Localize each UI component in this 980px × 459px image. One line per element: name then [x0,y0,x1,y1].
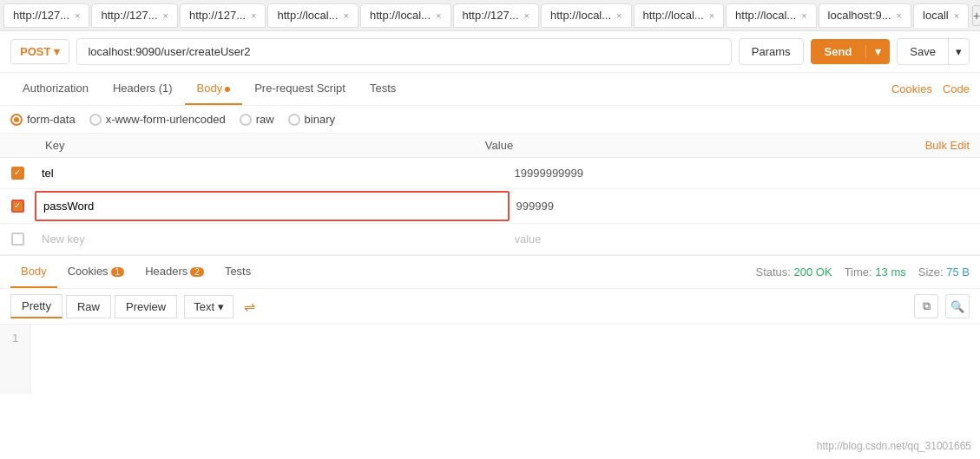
response-toolbar: Pretty Raw Preview Text ▾ ⇌ ⧉ 🔍 [0,289,980,325]
tab-close-8[interactable]: × [801,10,806,21]
form-data-radio[interactable] [10,114,23,126]
url-bar: POST ▾ Params Send ▾ Save ▾ [0,31,980,73]
new-value-placeholder: value [515,233,542,246]
wrap-icon[interactable]: ⇌ [244,298,255,315]
tab-close-0[interactable]: × [75,10,80,21]
urlencoded-option[interactable]: x-www-form-urlencoded [89,113,226,126]
key-value-0: tel [42,167,54,180]
tab-item-6[interactable]: http://local... × [541,3,632,28]
request-tabs: Authorization Headers (1) Body Pre-reque… [0,73,980,106]
cookies-link[interactable]: Cookies [891,82,932,95]
urlencoded-radio[interactable] [89,114,102,126]
tab-item-5[interactable]: http://127... × [453,3,539,28]
code-content[interactable] [31,325,980,394]
tab-prerequest[interactable]: Pre-request Script [242,73,358,105]
tab-close-6[interactable]: × [616,10,622,21]
preview-button[interactable]: Preview [115,295,177,318]
send-dropdown-icon[interactable]: ▾ [865,45,890,58]
tab-headers[interactable]: Headers (1) [101,73,185,105]
watermark: http://blog.csdn.net/qq_31001665 [817,440,971,452]
tab-close-2[interactable]: × [251,10,256,21]
resp-tab-tests[interactable]: Tests [214,256,261,288]
tab-close-4[interactable]: × [436,10,441,21]
binary-radio[interactable] [288,114,300,126]
request-tab-actions: Cookies Code [891,82,970,95]
table-row: passWord 999999 [0,189,980,224]
row-checkbox-0[interactable] [11,167,24,180]
raw-option[interactable]: raw [240,113,274,126]
tab-close-10[interactable]: × [954,10,959,21]
tab-authorization[interactable]: Authorization [10,73,101,105]
tab-item-0[interactable]: http://127... × [3,3,89,28]
params-button[interactable]: Params [739,38,804,65]
tab-body[interactable]: Body [185,73,243,105]
response-status: Status: 200 OK Time: 13 ms Size: 75 B [755,266,970,279]
save-button[interactable]: Save ▾ [897,38,970,65]
send-button[interactable]: Send ▾ [811,39,891,64]
response-section: Body Cookies1 Headers2 Tests Status: 200… [0,255,980,394]
bulk-edit-button[interactable]: Bulk Edit [925,139,970,152]
tab-close-7[interactable]: × [709,10,714,21]
response-icon-buttons: ⧉ 🔍 [914,294,970,318]
code-link[interactable]: Code [943,82,970,95]
add-tab-button[interactable]: + [972,5,980,26]
tab-item-7[interactable]: http://local... × [634,3,725,28]
tab-item-10[interactable]: locall × [913,3,969,28]
raw-button[interactable]: Raw [66,295,111,318]
tab-close-1[interactable]: × [163,10,168,21]
new-key-row: New key value [0,224,980,255]
tab-item-3[interactable]: http://local... × [267,3,358,28]
tab-item-9[interactable]: localhost:9... × [819,3,911,28]
tab-item-8[interactable]: http://local... × [726,3,817,28]
resp-tab-body[interactable]: Body [10,256,57,288]
body-options: form-data x-www-form-urlencoded raw bina… [0,106,980,134]
line-numbers: 1 [0,325,31,394]
value-value-1: 999999 [516,200,554,213]
format-select[interactable]: Text ▾ [184,295,233,318]
resp-tab-cookies[interactable]: Cookies1 [57,256,135,288]
pretty-button[interactable]: Pretty [10,294,62,318]
value-header: Value [485,139,925,152]
tab-item-2[interactable]: http://127... × [180,3,266,28]
code-area: 1 [0,325,980,394]
method-chevron-icon: ▾ [54,45,60,58]
table-row: tel 19999999999 [0,158,980,189]
tab-close-3[interactable]: × [344,10,349,21]
method-select[interactable]: POST ▾ [10,39,69,64]
format-chevron-icon: ▾ [218,300,224,313]
new-row-checkbox[interactable] [11,233,24,246]
tab-bar: http://127... × http://127... × http://1… [0,0,980,31]
tab-tests[interactable]: Tests [358,73,408,105]
form-data-option[interactable]: form-data [10,113,76,126]
search-icon[interactable]: 🔍 [945,294,970,318]
key-header: Key [45,139,485,152]
row-checkbox-1[interactable] [11,200,24,213]
save-dropdown-icon[interactable]: ▾ [948,39,969,64]
tab-item-1[interactable]: http://127... × [91,3,177,28]
response-tabs: Body Cookies1 Headers2 Tests Status: 200… [0,256,980,289]
url-input[interactable] [76,38,731,65]
tab-close-9[interactable]: × [897,10,902,21]
body-dot [225,87,230,92]
new-key-placeholder: New key [42,233,85,246]
key-value-1: passWord [43,200,94,213]
resp-tab-headers[interactable]: Headers2 [135,256,214,288]
copy-icon[interactable]: ⧉ [914,294,938,318]
binary-option[interactable]: binary [288,113,335,126]
tab-close-5[interactable]: × [524,10,529,21]
tab-item-4[interactable]: http://local... × [360,3,451,28]
raw-radio[interactable] [240,114,252,126]
form-table: Key Value Bulk Edit tel 19999999999 pass… [0,134,980,255]
value-value-0: 19999999999 [515,167,584,180]
